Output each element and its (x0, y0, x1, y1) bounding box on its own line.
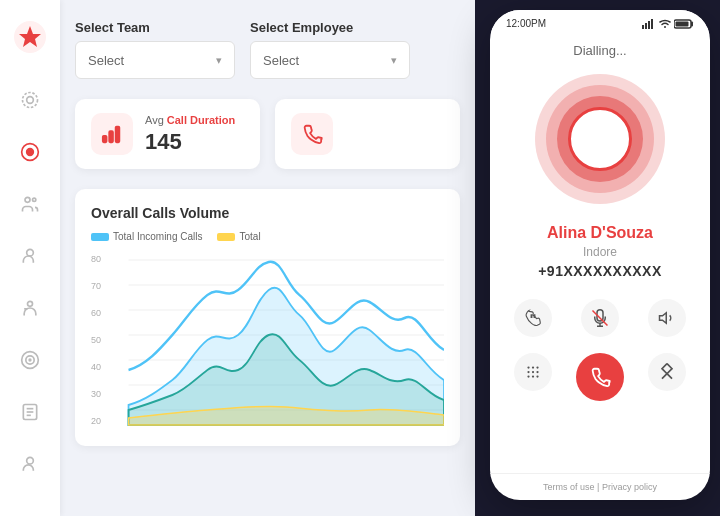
dialing-status: Dialling... (573, 43, 626, 58)
chart-area: 80706050403020 (91, 250, 444, 430)
chart-legend: Total Incoming Calls Total (91, 231, 444, 242)
legend-total-dot (217, 233, 235, 241)
phone-status-icons (642, 19, 694, 29)
svg-point-6 (33, 198, 36, 201)
sidebar-item-profile[interactable] (14, 448, 46, 480)
svg-point-45 (536, 371, 538, 373)
sidebar-item-users[interactable] (14, 292, 46, 324)
employee-filter-label: Select Employee (250, 20, 410, 35)
y-axis: 80706050403020 (91, 250, 101, 430)
team-select[interactable]: Select ▾ (75, 41, 235, 79)
stats-row: Avg Call Duration 145 (75, 99, 460, 169)
chart-section: Overall Calls Volume Total Incoming Call… (75, 189, 460, 446)
svg-rect-29 (645, 23, 647, 29)
svg-point-47 (532, 375, 534, 377)
second-stat-icon (291, 113, 333, 155)
caller-city: Indore (583, 245, 617, 259)
sidebar-item-team[interactable] (14, 188, 46, 220)
avg-call-duration-card: Avg Call Duration 145 (75, 99, 260, 169)
svg-point-44 (532, 371, 534, 373)
svg-rect-30 (648, 21, 650, 29)
avg-duration-info: Avg Call Duration 145 (145, 114, 235, 155)
avg-duration-label: Avg Call Duration (145, 114, 235, 126)
svg-point-42 (536, 366, 538, 368)
sidebar-item-analytics[interactable] (14, 136, 46, 168)
employee-select-chevron: ▾ (391, 54, 397, 67)
second-stat-label (345, 127, 348, 139)
svg-marker-39 (660, 313, 667, 324)
second-stat-info (345, 127, 348, 142)
svg-rect-28 (642, 25, 644, 29)
phone-body: Dialling... Alina D'Souza Indore +91XXXX… (490, 33, 710, 473)
battery-icon (674, 19, 694, 29)
caller-number: +91XXXXXXXXXX (538, 263, 662, 279)
svg-point-5 (25, 197, 30, 202)
pulse-animation (535, 74, 665, 204)
bluetooth-button[interactable] (648, 353, 686, 391)
sidebar-item-reports[interactable] (14, 396, 46, 428)
chart-svg (91, 250, 444, 430)
caller-name: Alina D'Souza (547, 224, 653, 242)
sidebar-item-target[interactable] (14, 344, 46, 376)
dashboard-panel: Select Team Select ▾ Select Employee Sel… (0, 0, 475, 516)
svg-point-2 (23, 93, 38, 108)
sidebar-item-contacts[interactable] (14, 240, 46, 272)
svg-point-40 (527, 366, 529, 368)
mute-button[interactable] (581, 299, 619, 337)
signal-icon (642, 19, 656, 29)
svg-rect-19 (109, 131, 113, 142)
legend-total: Total (217, 231, 260, 242)
phone-status-bar: 12:00PM (490, 10, 710, 33)
svg-point-46 (527, 375, 529, 377)
sidebar-item-home[interactable] (14, 84, 46, 116)
wifi-icon (659, 19, 671, 29)
avg-duration-icon (91, 113, 133, 155)
filter-row: Select Team Select ▾ Select Employee Sel… (75, 20, 460, 79)
svg-point-43 (527, 371, 529, 373)
employee-select-value: Select (263, 53, 299, 68)
end-call-button[interactable] (576, 353, 624, 401)
svg-rect-33 (676, 21, 689, 26)
svg-point-7 (27, 249, 34, 256)
second-stat-card (275, 99, 460, 169)
svg-point-4 (27, 149, 34, 156)
call-actions (490, 299, 710, 401)
avg-duration-value: 145 (145, 129, 235, 155)
employee-select[interactable]: Select ▾ (250, 41, 410, 79)
svg-point-12 (29, 359, 31, 361)
speaker-button[interactable] (648, 299, 686, 337)
phone-mockup: 12:00PM Dialling... (490, 10, 710, 500)
svg-point-17 (27, 457, 34, 464)
svg-point-48 (536, 375, 538, 377)
legend-incoming-label: Total Incoming Calls (113, 231, 202, 242)
chart-title: Overall Calls Volume (91, 205, 444, 221)
svg-rect-31 (651, 19, 653, 29)
svg-point-41 (532, 366, 534, 368)
team-select-chevron: ▾ (216, 54, 222, 67)
sidebar (0, 0, 60, 516)
app-logo (13, 20, 47, 54)
team-filter-label: Select Team (75, 20, 235, 35)
svg-rect-18 (103, 136, 107, 142)
keypad-button[interactable] (514, 353, 552, 391)
legend-incoming: Total Incoming Calls (91, 231, 202, 242)
hold-button[interactable] (514, 299, 552, 337)
legend-incoming-dot (91, 233, 109, 241)
pulse-center (568, 107, 632, 171)
team-filter-group: Select Team Select ▾ (75, 20, 235, 79)
phone-footer: Terms of use | Privacy policy (490, 473, 710, 500)
main-content: Select Team Select ▾ Select Employee Sel… (60, 0, 475, 516)
svg-rect-20 (116, 127, 120, 143)
phone-time: 12:00PM (506, 18, 546, 29)
svg-point-1 (27, 97, 34, 104)
legend-total-label: Total (239, 231, 260, 242)
employee-filter-group: Select Employee Select ▾ (250, 20, 410, 79)
svg-point-8 (28, 301, 33, 306)
team-select-value: Select (88, 53, 124, 68)
